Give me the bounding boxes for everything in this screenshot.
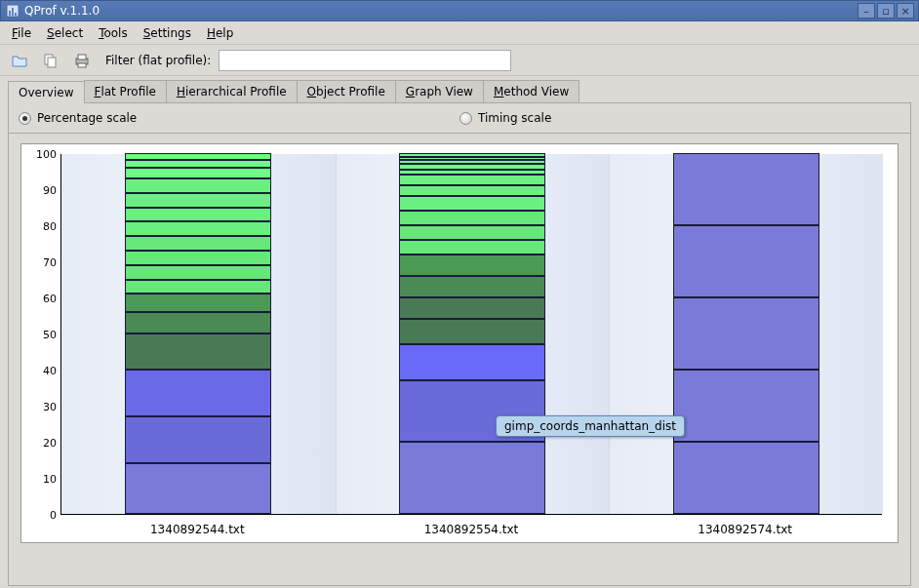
radio-label: Timing scale (478, 111, 551, 125)
bar-segment[interactable] (125, 178, 271, 193)
bar-segment[interactable] (399, 240, 545, 255)
bar-segment[interactable] (399, 164, 545, 170)
y-tick: 80 (35, 220, 57, 233)
y-tick: 60 (35, 293, 57, 305)
bar-segment[interactable] (125, 193, 271, 208)
svg-rect-1 (9, 11, 11, 16)
bar-segment[interactable] (399, 196, 545, 211)
bar-segment[interactable] (673, 442, 819, 514)
bar-segment[interactable] (399, 153, 545, 157)
filter-input[interactable] (219, 50, 511, 71)
minimize-button[interactable]: – (858, 3, 875, 19)
y-tick: 90 (35, 184, 57, 197)
menu-help[interactable]: Help (199, 23, 241, 43)
menu-file[interactable]: File (4, 23, 39, 43)
svg-rect-5 (48, 58, 56, 67)
bar-segment[interactable] (399, 170, 545, 176)
bar-segment[interactable] (399, 276, 545, 297)
print-icon[interactable] (70, 49, 94, 72)
chart-container: gimp_coords_manhattan_dist 0102030405060… (9, 134, 910, 549)
bar-segment[interactable] (125, 168, 271, 178)
bar-segment[interactable] (125, 416, 271, 463)
filter-label: Filter (flat profile): (105, 54, 211, 67)
bar-segment[interactable] (399, 442, 545, 514)
plot-area (60, 154, 882, 515)
x-label: 1340892544.txt (60, 523, 335, 536)
radio-percentage[interactable]: Percentage scale (19, 111, 460, 125)
x-label: 1340892554.txt (335, 523, 609, 536)
bar-column[interactable] (125, 153, 271, 514)
bar-segment[interactable] (125, 294, 271, 312)
y-tick: 30 (35, 401, 57, 413)
radio-icon (19, 112, 31, 125)
bar-segment[interactable] (125, 280, 271, 294)
radio-timing[interactable]: Timing scale (460, 111, 900, 125)
tab-hierarchical-profile[interactable]: Hierarchical Profile (166, 80, 298, 102)
chart-tooltip: gimp_coords_manhattan_dist (496, 415, 685, 437)
close-button[interactable]: × (897, 3, 914, 19)
bar-segment[interactable] (125, 160, 271, 167)
y-tick: 70 (35, 256, 57, 269)
tabbar: OverviewFlat ProfileHierarchical Profile… (0, 76, 919, 102)
menubar: File Select Tools Settings Help (0, 21, 919, 45)
bar-column[interactable] (673, 153, 819, 514)
bar-segment[interactable] (399, 225, 545, 240)
bar-segment[interactable] (125, 208, 271, 222)
window-title: QProf v.1.1.0 (24, 4, 858, 18)
bar-segment[interactable] (399, 255, 545, 276)
bar-segment[interactable] (673, 297, 819, 370)
y-tick: 40 (35, 365, 57, 377)
maximize-button[interactable]: ▫ (877, 3, 895, 19)
open-icon[interactable] (8, 49, 31, 72)
svg-rect-8 (78, 63, 86, 67)
bar-segment[interactable] (125, 370, 271, 416)
y-tick: 20 (35, 437, 57, 450)
x-label: 1340892574.txt (608, 523, 882, 536)
toolbar: Filter (flat profile): (0, 45, 919, 76)
bar-segment[interactable] (399, 319, 545, 344)
bar-segment[interactable] (399, 185, 545, 196)
tab-graph-view[interactable]: Graph View (395, 80, 484, 102)
bar-segment[interactable] (125, 333, 271, 370)
radio-label: Percentage scale (37, 111, 137, 125)
scale-chooser: Percentage scale Timing scale (9, 103, 910, 134)
menu-settings[interactable]: Settings (136, 23, 199, 43)
y-tick: 50 (35, 329, 57, 341)
app-icon (5, 3, 20, 19)
tab-object-profile[interactable]: Object Profile (297, 80, 396, 102)
bar-column[interactable] (399, 153, 545, 514)
tab-overview[interactable]: Overview (8, 81, 85, 103)
svg-rect-3 (15, 13, 17, 16)
tab-method-view[interactable]: Method View (483, 80, 579, 102)
bar-segment[interactable] (125, 312, 271, 333)
menu-tools[interactable]: Tools (91, 23, 136, 43)
bar-segment[interactable] (673, 225, 819, 297)
bar-segment[interactable] (399, 175, 545, 185)
bar-segment[interactable] (125, 265, 271, 280)
bar-segment[interactable] (125, 463, 271, 514)
radio-icon (460, 112, 472, 125)
y-tick: 100 (35, 148, 57, 161)
chart: gimp_coords_manhattan_dist 0102030405060… (20, 143, 899, 543)
bar-segment[interactable] (673, 153, 819, 225)
bar-segment[interactable] (399, 211, 545, 225)
menu-select[interactable]: Select (39, 23, 91, 43)
bar-segment[interactable] (125, 236, 271, 251)
bar-segment[interactable] (399, 157, 545, 161)
bar-segment[interactable] (399, 160, 545, 164)
bar-segment[interactable] (399, 344, 545, 380)
bar-segment[interactable] (125, 221, 271, 236)
titlebar: QProf v.1.1.0 – ▫ × (0, 0, 919, 21)
svg-rect-7 (78, 55, 86, 59)
y-tick: 10 (35, 473, 57, 486)
bar-segment[interactable] (125, 251, 271, 265)
copy-icon[interactable] (39, 49, 62, 72)
y-tick: 0 (35, 509, 57, 522)
content-panel: Percentage scale Timing scale gimp_coord… (8, 102, 911, 586)
bar-segment[interactable] (673, 370, 819, 442)
bar-segment[interactable] (399, 297, 545, 319)
svg-rect-2 (12, 8, 14, 16)
tab-flat-profile[interactable]: Flat Profile (84, 80, 167, 102)
bar-segment[interactable] (125, 153, 271, 160)
